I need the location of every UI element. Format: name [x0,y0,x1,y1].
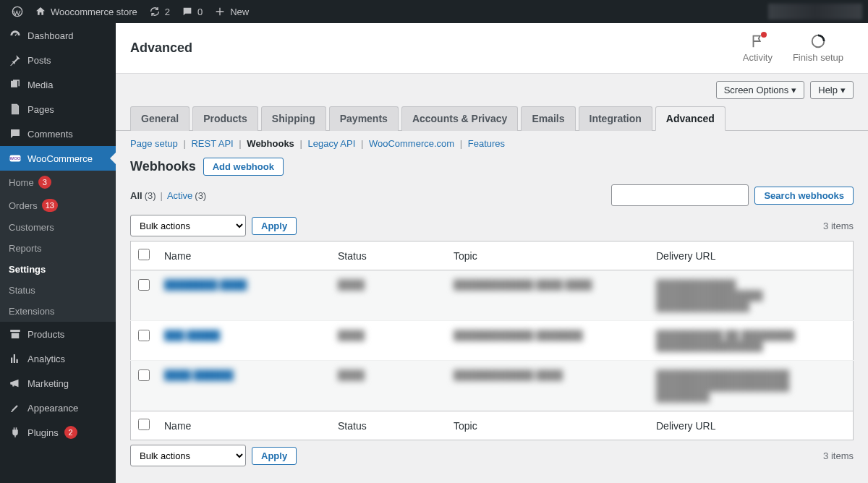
help-button[interactable]: Help ▾ [810,81,854,99]
sidebar-item-woocommerce[interactable]: WOO WooCommerce [0,146,116,171]
screen-toolbar: Screen Options ▾ Help ▾ [116,74,868,99]
archive-icon [9,328,22,341]
sidebar-item-label: Dashboard [27,30,74,41]
col-status[interactable]: Status [331,241,446,270]
col-delivery[interactable]: Delivery URL [649,241,854,270]
sidebar-item-label: Pages [27,104,54,115]
comment-icon [182,6,193,17]
subtab-rest-api[interactable]: REST API [191,138,233,149]
user-menu[interactable] [768,4,862,20]
woo-submenu: Home 3 Orders 13 Customers Reports Setti… [0,171,116,322]
sidebar-item-label: Comments [27,129,73,140]
col-topic[interactable]: Topic [446,411,649,440]
subtab-page-setup[interactable]: Page setup [130,138,178,149]
items-count: 3 items [823,221,854,231]
col-name[interactable]: Name [157,241,331,270]
sub-reports[interactable]: Reports [0,238,116,259]
sidebar-item-comments[interactable]: Comments [0,121,116,146]
subtab-legacy-api[interactable]: Legacy API [308,138,356,149]
svg-text:WOO: WOO [10,156,21,161]
updates-link[interactable]: 2 [143,0,176,23]
subtab-features[interactable]: Features [468,138,505,149]
page-header: Advanced Activity Finish setup [116,23,868,74]
webhook-name-link[interactable]: ████ ██████ [164,369,234,380]
tab-products[interactable]: Products [192,106,258,131]
updates-count: 2 [165,7,170,17]
apply-button[interactable]: Apply [252,447,297,465]
notification-dot [761,32,767,38]
filter-row: All (3) | Active (3) Search webhooks [116,180,868,210]
tab-general[interactable]: General [130,106,190,131]
col-delivery[interactable]: Delivery URL [649,411,854,440]
badge: 2 [64,426,77,439]
bulk-action-select[interactable]: Bulk actions [130,445,246,466]
activity-button[interactable]: Activity [733,33,783,63]
add-webhook-button[interactable]: Add webhook [203,158,284,176]
main-content: Advanced Activity Finish setup Screen Op… [116,23,868,471]
table-row: ████████ ████ ████ ████████████ ████ ███… [131,270,854,321]
new-link[interactable]: New [208,0,255,23]
sidebar-item-pages[interactable]: Pages [0,97,116,121]
sidebar-item-media[interactable]: Media [0,72,116,97]
sidebar-item-dashboard[interactable]: Dashboard [0,23,116,48]
table-row: ████ ██████ ████ ████████████ ████ █████… [131,361,854,411]
media-icon [9,78,22,91]
row-checkbox[interactable] [138,330,150,341]
activity-label: Activity [743,52,773,63]
bulk-actions-bottom: Bulk actions Apply 3 items [116,440,868,471]
webhook-name-link[interactable]: ████████ ████ [164,279,247,290]
site-link[interactable]: Woocommerce store [29,0,143,23]
section-title: Webhooks [130,159,196,174]
sidebar-item-appearance[interactable]: Appearance [0,396,116,420]
sidebar-sub-label: Orders [9,200,38,211]
sub-customers[interactable]: Customers [0,217,116,238]
sidebar-item-label: Plugins [27,427,59,438]
sub-status[interactable]: Status [0,280,116,301]
search-webhooks-button[interactable]: Search webhooks [754,187,854,205]
tab-shipping[interactable]: Shipping [261,106,326,131]
sidebar-item-analytics[interactable]: Analytics [0,346,116,371]
sub-orders[interactable]: Orders 13 [0,194,116,217]
select-all-checkbox[interactable] [138,249,150,260]
sidebar-item-label: Analytics [27,354,65,364]
admin-bar: Woocommerce store 2 0 New [0,0,868,23]
sidebar-item-plugins[interactable]: Plugins 2 [0,420,116,445]
filter-active[interactable]: Active [167,190,192,201]
sub-settings[interactable]: Settings [0,259,116,280]
sidebar-item-marketing[interactable]: Marketing [0,371,116,396]
wp-logo[interactable] [6,0,29,23]
bulk-action-select[interactable]: Bulk actions [130,215,246,236]
tab-integration[interactable]: Integration [579,106,652,131]
webhook-name-link[interactable]: ███ █████ [164,330,220,341]
row-checkbox[interactable] [138,369,150,381]
select-all-checkbox-foot[interactable] [138,419,150,430]
webhook-delivery: ████████████ ████████████████ ██████████… [649,270,854,321]
col-name[interactable]: Name [157,411,331,440]
filter-all-count: (3) [145,190,156,201]
screen-options-button[interactable]: Screen Options ▾ [716,81,805,99]
sidebar-item-label: Posts [27,55,51,66]
pages-icon [9,103,22,116]
apply-button[interactable]: Apply [252,217,297,235]
row-checkbox[interactable] [138,279,150,291]
bulk-actions-top: Bulk actions Apply 3 items [116,210,868,241]
sub-home[interactable]: Home 3 [0,171,116,194]
sub-extensions[interactable]: Extensions [0,301,116,322]
tab-advanced[interactable]: Advanced [655,106,726,131]
col-status[interactable]: Status [331,411,446,440]
webhook-status: ████ [331,361,446,411]
screen-options-label: Screen Options [724,85,789,95]
col-topic[interactable]: Topic [446,241,649,270]
webhooks-table: Name Status Topic Delivery URL ████████ … [130,241,854,440]
sidebar-sub-label: Customers [9,222,54,233]
tab-accounts[interactable]: Accounts & Privacy [401,106,519,131]
comments-link[interactable]: 0 [176,0,208,23]
tab-payments[interactable]: Payments [329,106,399,131]
tab-emails[interactable]: Emails [521,106,575,131]
search-input[interactable] [611,184,749,206]
finish-setup-button[interactable]: Finish setup [783,33,854,63]
sidebar-item-products[interactable]: Products [0,322,116,346]
subtab-woocommerce-com[interactable]: WooCommerce.com [369,138,454,149]
sidebar-item-posts[interactable]: Posts [0,48,116,72]
wordpress-icon [12,6,23,17]
